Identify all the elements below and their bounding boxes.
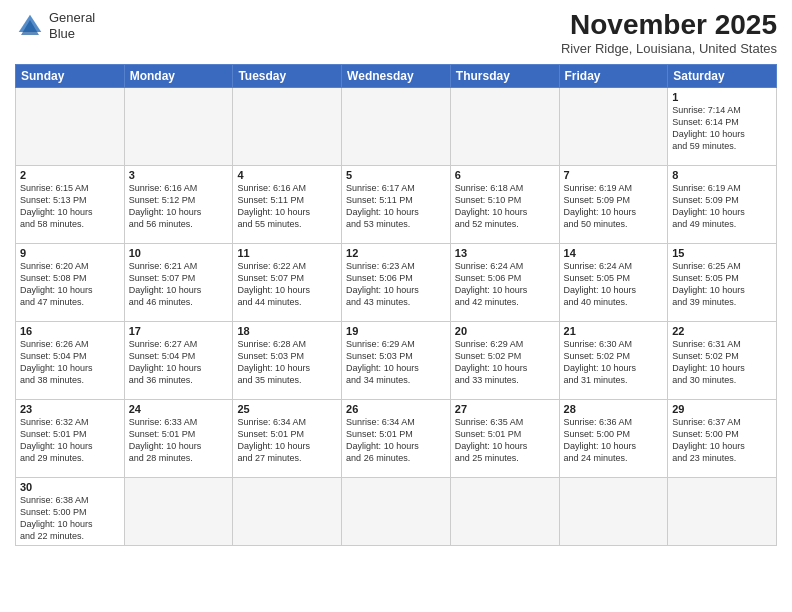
calendar-day-cell: 5Sunrise: 6:17 AM Sunset: 5:11 PM Daylig…: [342, 165, 451, 243]
calendar-day-cell: 28Sunrise: 6:36 AM Sunset: 5:00 PM Dayli…: [559, 399, 668, 477]
day-number: 11: [237, 247, 337, 259]
day-number: 15: [672, 247, 772, 259]
page: General Blue November 2025 River Ridge, …: [0, 0, 792, 612]
calendar-day-cell: [559, 477, 668, 546]
day-number: 8: [672, 169, 772, 181]
day-info: Sunrise: 6:27 AM Sunset: 5:04 PM Dayligh…: [129, 338, 229, 387]
day-info: Sunrise: 6:31 AM Sunset: 5:02 PM Dayligh…: [672, 338, 772, 387]
calendar-day-cell: 23Sunrise: 6:32 AM Sunset: 5:01 PM Dayli…: [16, 399, 125, 477]
calendar-day-cell: 17Sunrise: 6:27 AM Sunset: 5:04 PM Dayli…: [124, 321, 233, 399]
day-info: Sunrise: 6:24 AM Sunset: 5:05 PM Dayligh…: [564, 260, 664, 309]
calendar-day-cell: 1Sunrise: 7:14 AM Sunset: 6:14 PM Daylig…: [668, 87, 777, 165]
day-number: 18: [237, 325, 337, 337]
location: River Ridge, Louisiana, United States: [561, 41, 777, 56]
day-of-week-header: Sunday: [16, 64, 125, 87]
day-number: 14: [564, 247, 664, 259]
day-number: 30: [20, 481, 120, 493]
day-info: Sunrise: 6:29 AM Sunset: 5:03 PM Dayligh…: [346, 338, 446, 387]
calendar-day-cell: 19Sunrise: 6:29 AM Sunset: 5:03 PM Dayli…: [342, 321, 451, 399]
day-number: 21: [564, 325, 664, 337]
day-info: Sunrise: 6:28 AM Sunset: 5:03 PM Dayligh…: [237, 338, 337, 387]
day-of-week-header: Monday: [124, 64, 233, 87]
calendar-day-cell: 20Sunrise: 6:29 AM Sunset: 5:02 PM Dayli…: [450, 321, 559, 399]
day-info: Sunrise: 6:29 AM Sunset: 5:02 PM Dayligh…: [455, 338, 555, 387]
day-info: Sunrise: 6:33 AM Sunset: 5:01 PM Dayligh…: [129, 416, 229, 465]
day-number: 27: [455, 403, 555, 415]
day-number: 5: [346, 169, 446, 181]
logo: General Blue: [15, 10, 95, 41]
logo-icon: [15, 11, 45, 41]
calendar-day-cell: 30Sunrise: 6:38 AM Sunset: 5:00 PM Dayli…: [16, 477, 125, 546]
logo-text: General Blue: [49, 10, 95, 41]
calendar-header-row: SundayMondayTuesdayWednesdayThursdayFrid…: [16, 64, 777, 87]
calendar-week-row: 9Sunrise: 6:20 AM Sunset: 5:08 PM Daylig…: [16, 243, 777, 321]
day-info: Sunrise: 6:26 AM Sunset: 5:04 PM Dayligh…: [20, 338, 120, 387]
day-info: Sunrise: 6:19 AM Sunset: 5:09 PM Dayligh…: [564, 182, 664, 231]
calendar-day-cell: [233, 87, 342, 165]
day-number: 22: [672, 325, 772, 337]
calendar-day-cell: 13Sunrise: 6:24 AM Sunset: 5:06 PM Dayli…: [450, 243, 559, 321]
day-number: 4: [237, 169, 337, 181]
day-number: 1: [672, 91, 772, 103]
day-number: 24: [129, 403, 229, 415]
calendar-day-cell: 4Sunrise: 6:16 AM Sunset: 5:11 PM Daylig…: [233, 165, 342, 243]
calendar-week-row: 1Sunrise: 7:14 AM Sunset: 6:14 PM Daylig…: [16, 87, 777, 165]
calendar-week-row: 30Sunrise: 6:38 AM Sunset: 5:00 PM Dayli…: [16, 477, 777, 546]
month-title: November 2025: [561, 10, 777, 41]
day-info: Sunrise: 6:16 AM Sunset: 5:11 PM Dayligh…: [237, 182, 337, 231]
day-info: Sunrise: 6:19 AM Sunset: 5:09 PM Dayligh…: [672, 182, 772, 231]
day-info: Sunrise: 6:30 AM Sunset: 5:02 PM Dayligh…: [564, 338, 664, 387]
calendar-day-cell: 7Sunrise: 6:19 AM Sunset: 5:09 PM Daylig…: [559, 165, 668, 243]
day-number: 13: [455, 247, 555, 259]
calendar-day-cell: 21Sunrise: 6:30 AM Sunset: 5:02 PM Dayli…: [559, 321, 668, 399]
day-of-week-header: Friday: [559, 64, 668, 87]
calendar-week-row: 23Sunrise: 6:32 AM Sunset: 5:01 PM Dayli…: [16, 399, 777, 477]
day-info: Sunrise: 6:35 AM Sunset: 5:01 PM Dayligh…: [455, 416, 555, 465]
header: General Blue November 2025 River Ridge, …: [15, 10, 777, 56]
calendar-day-cell: 29Sunrise: 6:37 AM Sunset: 5:00 PM Dayli…: [668, 399, 777, 477]
calendar-day-cell: [342, 87, 451, 165]
day-info: Sunrise: 6:36 AM Sunset: 5:00 PM Dayligh…: [564, 416, 664, 465]
calendar-day-cell: [16, 87, 125, 165]
day-info: Sunrise: 6:34 AM Sunset: 5:01 PM Dayligh…: [237, 416, 337, 465]
day-info: Sunrise: 6:37 AM Sunset: 5:00 PM Dayligh…: [672, 416, 772, 465]
day-info: Sunrise: 6:34 AM Sunset: 5:01 PM Dayligh…: [346, 416, 446, 465]
day-of-week-header: Wednesday: [342, 64, 451, 87]
calendar-day-cell: [124, 87, 233, 165]
calendar-day-cell: [559, 87, 668, 165]
calendar-day-cell: 16Sunrise: 6:26 AM Sunset: 5:04 PM Dayli…: [16, 321, 125, 399]
day-number: 20: [455, 325, 555, 337]
calendar-day-cell: [233, 477, 342, 546]
day-info: Sunrise: 6:38 AM Sunset: 5:00 PM Dayligh…: [20, 494, 120, 543]
day-info: Sunrise: 6:20 AM Sunset: 5:08 PM Dayligh…: [20, 260, 120, 309]
day-number: 28: [564, 403, 664, 415]
day-number: 2: [20, 169, 120, 181]
day-of-week-header: Saturday: [668, 64, 777, 87]
calendar-day-cell: [342, 477, 451, 546]
day-info: Sunrise: 7:14 AM Sunset: 6:14 PM Dayligh…: [672, 104, 772, 153]
day-number: 23: [20, 403, 120, 415]
day-info: Sunrise: 6:18 AM Sunset: 5:10 PM Dayligh…: [455, 182, 555, 231]
calendar-day-cell: 22Sunrise: 6:31 AM Sunset: 5:02 PM Dayli…: [668, 321, 777, 399]
day-info: Sunrise: 6:17 AM Sunset: 5:11 PM Dayligh…: [346, 182, 446, 231]
calendar-day-cell: [450, 477, 559, 546]
day-info: Sunrise: 6:21 AM Sunset: 5:07 PM Dayligh…: [129, 260, 229, 309]
calendar-day-cell: [450, 87, 559, 165]
calendar-day-cell: 15Sunrise: 6:25 AM Sunset: 5:05 PM Dayli…: [668, 243, 777, 321]
calendar-day-cell: 27Sunrise: 6:35 AM Sunset: 5:01 PM Dayli…: [450, 399, 559, 477]
calendar-week-row: 2Sunrise: 6:15 AM Sunset: 5:13 PM Daylig…: [16, 165, 777, 243]
day-number: 3: [129, 169, 229, 181]
calendar-day-cell: 18Sunrise: 6:28 AM Sunset: 5:03 PM Dayli…: [233, 321, 342, 399]
day-info: Sunrise: 6:23 AM Sunset: 5:06 PM Dayligh…: [346, 260, 446, 309]
day-number: 26: [346, 403, 446, 415]
day-number: 6: [455, 169, 555, 181]
day-number: 12: [346, 247, 446, 259]
day-number: 17: [129, 325, 229, 337]
calendar-day-cell: 26Sunrise: 6:34 AM Sunset: 5:01 PM Dayli…: [342, 399, 451, 477]
calendar-day-cell: 6Sunrise: 6:18 AM Sunset: 5:10 PM Daylig…: [450, 165, 559, 243]
calendar-day-cell: 12Sunrise: 6:23 AM Sunset: 5:06 PM Dayli…: [342, 243, 451, 321]
day-of-week-header: Tuesday: [233, 64, 342, 87]
calendar-day-cell: [668, 477, 777, 546]
calendar-day-cell: 24Sunrise: 6:33 AM Sunset: 5:01 PM Dayli…: [124, 399, 233, 477]
day-info: Sunrise: 6:22 AM Sunset: 5:07 PM Dayligh…: [237, 260, 337, 309]
